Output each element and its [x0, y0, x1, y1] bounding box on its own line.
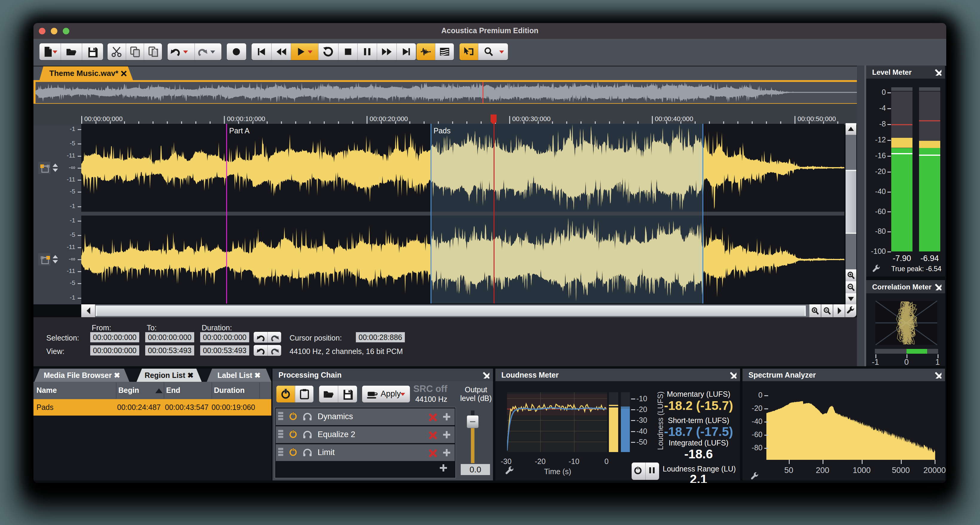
svg-text:Part A: Part A — [229, 126, 250, 135]
svg-text:00:00:20:000: 00:00:20:000 — [369, 115, 408, 123]
svg-text:00:00:00:000: 00:00:00:000 — [84, 115, 123, 123]
svg-text:00:00:50:000: 00:00:50:000 — [797, 115, 836, 123]
svg-text:00:00:40:000: 00:00:40:000 — [655, 115, 693, 123]
svg-text:00:00:10:000: 00:00:10:000 — [227, 115, 265, 123]
svg-text:00:00:30:000: 00:00:30:000 — [512, 115, 550, 123]
svg-text:Pads: Pads — [434, 126, 450, 135]
